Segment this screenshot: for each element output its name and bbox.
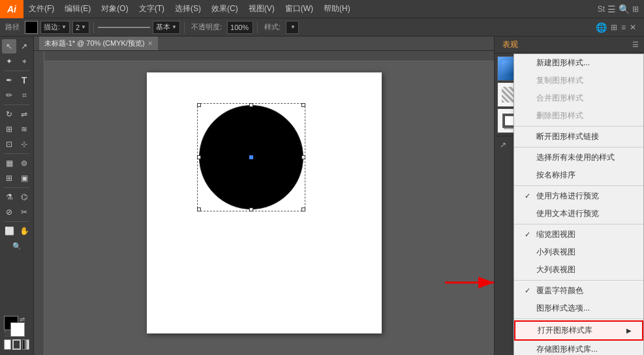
ctx-select-unused[interactable]: 选择所有未使用的样式	[514, 149, 643, 166]
stroke-width-dropdown[interactable]: 2 ▼	[72, 21, 89, 34]
type-tool[interactable]: T	[17, 73, 31, 87]
handle-mr[interactable]	[301, 155, 305, 159]
handle-bl[interactable]	[197, 208, 201, 211]
opacity-value[interactable]: 100%	[227, 21, 253, 34]
scissors-tool[interactable]: ✂	[17, 205, 31, 219]
handle-tm[interactable]	[249, 103, 253, 107]
menu-window[interactable]: 窗口(W)	[280, 0, 318, 18]
pencil-tool[interactable]: ✏	[2, 88, 16, 102]
gradient-indicator[interactable]	[22, 339, 29, 350]
panel-menu-icon[interactable]: ☰	[632, 40, 639, 49]
free-transform-tool[interactable]: ⊡	[2, 137, 16, 151]
basic-style-dropdown[interactable]: 基本 ▼	[153, 21, 180, 34]
quick-actions-icon[interactable]: ≡	[621, 23, 626, 32]
background-color[interactable]	[10, 322, 25, 337]
menu-edit[interactable]: 编辑(E)	[59, 0, 96, 18]
paint-tool[interactable]: ⌗	[17, 88, 31, 102]
ctx-open-library-label: 打开图形样式库	[538, 325, 592, 336]
puppet-warp-tool[interactable]: ⊹	[17, 137, 31, 151]
handle-bm[interactable]	[249, 208, 253, 211]
tab-close-btn[interactable]: ✕	[147, 40, 153, 47]
ctx-small-list[interactable]: 小列表视图	[514, 243, 643, 261]
hand-tool[interactable]: ✋	[17, 224, 31, 238]
artboard-tool[interactable]: ⬜	[2, 224, 16, 238]
stroke-arrow: ▼	[61, 24, 67, 30]
menu-file[interactable]: 文件(F)	[23, 0, 59, 18]
gradient-tool[interactable]: ▣	[17, 171, 31, 185]
style-dropdown[interactable]: ▼	[286, 21, 299, 34]
handle-tr[interactable]	[301, 103, 305, 107]
ctx-new-style[interactable]: 新建图形样式...	[514, 54, 643, 72]
stroke-label: 描边:	[44, 22, 60, 32]
ctx-grid-preview[interactable]: ✓ 使用方格进行预览	[514, 187, 643, 205]
blend-tool[interactable]: ⌬	[17, 190, 31, 204]
ctx-sep1	[514, 126, 643, 127]
panel-toggle-icon[interactable]: ☰	[607, 4, 616, 14]
stroke-color-box[interactable]	[25, 21, 38, 34]
panel-link-btn[interactable]: ↗	[497, 139, 509, 151]
scale-tool[interactable]: ⊞	[2, 122, 16, 136]
direct-select-tool[interactable]: ↗	[17, 39, 31, 54]
toolbar: 路径 描边: ▼ 2 ▼ 基本 ▼ 不透明度: 100% 样式: ▼ 🌐 ⊞ ≡…	[0, 18, 644, 37]
ctx-sep6	[514, 318, 643, 319]
menu-text[interactable]: 文字(T)	[134, 0, 170, 18]
path-label: 路径	[3, 22, 22, 32]
handle-ml[interactable]	[197, 155, 201, 159]
eyedropper-tool[interactable]: ⚗	[2, 190, 16, 204]
ctx-large-list-label: 大列表视图	[536, 264, 575, 275]
pen-tool[interactable]: ✒	[2, 73, 16, 87]
ctx-large-list[interactable]: 大列表视图	[514, 261, 643, 279]
lasso-tool[interactable]: ⌖	[17, 54, 31, 69]
stroke-color-indicator[interactable]	[12, 339, 20, 350]
symbol-tool[interactable]: ⊚	[17, 156, 31, 170]
ctx-sort-name[interactable]: 按名称排序	[514, 166, 643, 184]
reflect-tool[interactable]: ⇌	[17, 107, 31, 121]
menu-view[interactable]: 视图(V)	[243, 0, 280, 18]
tool-row-select: ↖ ↗	[1, 39, 32, 54]
stroke-width-value: 2	[76, 23, 80, 31]
globe-icon[interactable]: 🌐	[596, 22, 607, 33]
stroke-dropdown[interactable]: 描边: ▼	[40, 21, 70, 34]
zoom-tool[interactable]: 🔍	[10, 239, 24, 253]
menu-help[interactable]: 帮助(H)	[318, 0, 356, 18]
menu-object[interactable]: 对象(O)	[96, 0, 133, 18]
ctx-save-library[interactable]: 存储图形样式库...	[514, 341, 643, 355]
color-swap-icon[interactable]: ⇌	[20, 316, 25, 323]
warp-tool[interactable]: ≋	[17, 122, 31, 136]
arrange-panels-icon[interactable]: ⊞	[611, 23, 617, 32]
tool-sep4	[4, 187, 29, 188]
circle-container[interactable]	[199, 105, 303, 209]
handle-br[interactable]	[301, 208, 305, 211]
canvas-workspace[interactable]	[34, 51, 494, 355]
canvas-area: 未标题-1* @ 70% (CMYK/预览) ✕	[34, 37, 494, 355]
mesh-tool[interactable]: ⊞	[2, 171, 16, 185]
ctx-text-preview[interactable]: 使用文本进行预览	[514, 205, 643, 223]
slice-tool[interactable]: ⊘	[2, 205, 16, 219]
panel-title[interactable]: 表观	[500, 39, 521, 50]
ctx-thumbnail-view[interactable]: ✓ 缩览图视图	[514, 226, 643, 243]
close-panel-icon[interactable]: ✕	[630, 23, 636, 32]
fill-color-indicator[interactable]	[4, 339, 11, 350]
tool-row-graph: ▦ ⊚	[1, 156, 32, 170]
select-tool[interactable]: ↖	[2, 39, 16, 54]
ctx-style-options-label: 图形样式选项...	[536, 303, 590, 314]
ctx-style-options[interactable]: 图形样式选项...	[514, 300, 643, 317]
search-icon[interactable]: 🔍	[619, 4, 630, 14]
handle-tl[interactable]	[197, 103, 201, 107]
menu-select[interactable]: 选择(S)	[170, 0, 206, 18]
ctx-override-color[interactable]: ✓ 覆盖字符颜色	[514, 282, 643, 300]
menu-effect[interactable]: 效果(C)	[206, 0, 243, 18]
rotate-tool[interactable]: ↻	[2, 107, 16, 121]
tool-row-pen: ✒ T	[1, 73, 32, 87]
ctx-unlink-style[interactable]: 断开图形样式链接	[514, 128, 643, 146]
magic-wand-tool[interactable]: ✦	[2, 54, 16, 69]
canvas-tab-item[interactable]: 未标题-1* @ 70% (CMYK/预览) ✕	[39, 37, 158, 50]
sep1	[93, 22, 94, 33]
color-reset-icon[interactable]: ⬛	[4, 331, 10, 337]
ctx-thumbnail-label: 缩览图视图	[536, 229, 575, 240]
ctx-open-library[interactable]: 打开图形样式库 ▶	[514, 320, 643, 341]
main-layout: ↖ ↗ ✦ ⌖ ✒ T ✏ ⌗ ↻ ⇌ ⊞ ≋	[0, 37, 644, 355]
ctx-save-library-label: 存储图形样式库...	[536, 344, 598, 355]
graph-tool[interactable]: ▦	[2, 156, 16, 170]
arrange-icon[interactable]: ⊞	[632, 5, 639, 14]
